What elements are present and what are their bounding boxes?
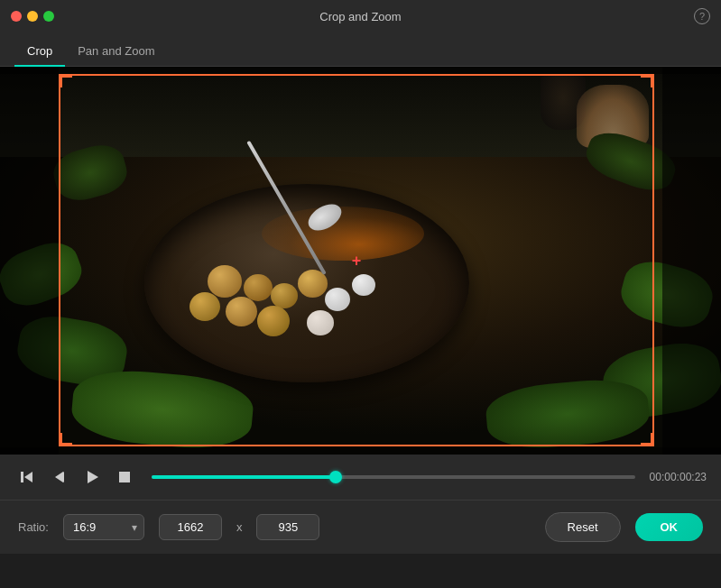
minimize-button[interactable] <box>27 11 38 22</box>
close-button[interactable] <box>11 11 22 22</box>
food-ball-1 <box>208 265 242 298</box>
play-button[interactable] <box>79 464 105 490</box>
tab-crop[interactable]: Crop <box>14 37 65 67</box>
ratio-select[interactable]: 16:9 4:3 1:1 9:16 Custom <box>63 514 144 540</box>
video-frame <box>0 67 721 455</box>
tab-bar: Crop Pan and Zoom <box>0 32 721 67</box>
bottom-overlay <box>0 447 721 455</box>
progress-bar[interactable] <box>152 475 635 479</box>
reset-button[interactable]: Reset <box>545 512 621 542</box>
maximize-button[interactable] <box>43 11 54 22</box>
traffic-lights <box>11 11 54 22</box>
svg-marker-1 <box>24 472 32 482</box>
food-ball-10 <box>307 310 334 335</box>
svg-rect-5 <box>119 472 130 482</box>
skip-back-button[interactable] <box>14 464 40 490</box>
greenery-5 <box>69 365 255 453</box>
progress-thumb[interactable] <box>329 471 342 483</box>
ratio-label: Ratio: <box>18 520 49 534</box>
ok-button[interactable]: OK <box>635 513 704 541</box>
bottom-controls: Ratio: 16:9 4:3 1:1 9:16 Custom 1662 x 9… <box>0 500 721 554</box>
greenery-6 <box>484 375 651 452</box>
side-overlay-left <box>0 67 59 455</box>
food-ball-2 <box>244 274 273 301</box>
titlebar: Crop and Zoom ? <box>0 0 721 32</box>
ratio-select-wrapper[interactable]: 16:9 4:3 1:1 9:16 Custom <box>63 514 144 540</box>
video-preview: + <box>0 67 721 455</box>
progress-fill <box>152 475 336 479</box>
svg-marker-3 <box>55 472 63 482</box>
tab-pan-zoom[interactable]: Pan and Zoom <box>65 37 167 67</box>
video-content <box>0 67 721 455</box>
svg-rect-0 <box>21 472 23 482</box>
stop-button[interactable] <box>112 464 137 490</box>
food-ball-9 <box>257 306 290 336</box>
height-input[interactable]: 935 <box>256 514 319 540</box>
top-overlay <box>0 67 721 74</box>
help-button[interactable]: ? <box>694 8 710 24</box>
food-ball-7 <box>352 274 375 296</box>
window-title: Crop and Zoom <box>319 10 401 23</box>
food-ball-4 <box>271 283 298 308</box>
time-display: 00:00:00:23 <box>650 471 707 483</box>
step-back-button[interactable] <box>47 464 72 490</box>
width-input[interactable]: 1662 <box>159 514 222 540</box>
food-ball-6 <box>325 288 350 311</box>
dimension-separator: x <box>236 520 243 534</box>
food-ball-8 <box>189 292 220 321</box>
svg-marker-4 <box>88 471 98 483</box>
food-ball-3 <box>226 297 257 326</box>
playback-controls: 00:00:00:23 <box>0 455 721 500</box>
side-overlay-right <box>662 67 721 455</box>
